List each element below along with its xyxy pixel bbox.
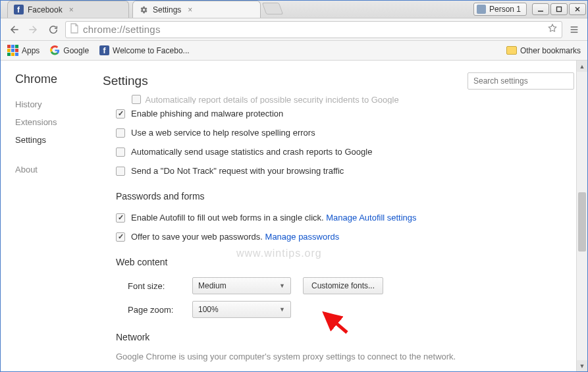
reload-icon: [48, 24, 59, 35]
other-bookmarks-label: Other bookmarks: [520, 46, 581, 55]
option-label: Enable Autofill to fill out web forms in…: [131, 213, 324, 223]
option-phishing: Enable phishing and malware protection: [116, 104, 574, 123]
tab-settings[interactable]: Settings ×: [132, 1, 261, 18]
tab-close-icon[interactable]: ×: [69, 5, 74, 14]
page-zoom-label: Page zoom:: [128, 305, 180, 315]
option-usage-stats: Automatically send usage statistics and …: [116, 142, 574, 161]
font-size-select[interactable]: Medium: [192, 277, 291, 294]
manage-autofill-link[interactable]: Manage Autofill settings: [326, 213, 416, 223]
section-passwords: Passwords and forms: [116, 191, 574, 201]
checkbox[interactable]: [116, 232, 125, 242]
customize-fonts-button[interactable]: Customize fonts...: [303, 277, 383, 294]
profile-button[interactable]: Person 1: [473, 3, 527, 16]
arrow-left-icon: [9, 24, 19, 35]
back-button[interactable]: [6, 22, 22, 38]
toolbar: chrome://settings: [1, 18, 587, 41]
other-bookmarks[interactable]: Other bookmarks: [506, 46, 581, 55]
tab-close-icon[interactable]: ×: [188, 5, 192, 14]
option-autofill: Enable Autofill to fill out web forms in…: [116, 208, 574, 227]
sidebar-item-settings[interactable]: Settings: [15, 131, 96, 149]
checkbox[interactable]: [116, 109, 125, 119]
minimize-icon: [537, 6, 544, 13]
section-network: Network: [116, 332, 574, 342]
facebook-icon: f: [99, 45, 109, 55]
gear-icon: [138, 5, 149, 15]
checkbox[interactable]: [116, 213, 125, 223]
scroll-thumb[interactable]: [578, 192, 586, 252]
avatar: [477, 5, 486, 14]
bookmark-star-icon[interactable]: [547, 23, 558, 36]
option-label: Offer to save your web passwords.: [131, 232, 263, 242]
checkbox[interactable]: [132, 95, 141, 104]
option-dnt: Send a "Do Not Track" request with your …: [116, 161, 574, 180]
tab-label: Settings: [153, 5, 181, 14]
folder-icon: [506, 46, 517, 55]
minimize-button[interactable]: [532, 3, 549, 15]
menu-button[interactable]: [566, 22, 582, 38]
sidebar-item-about[interactable]: About: [15, 161, 96, 178]
close-button[interactable]: [569, 3, 586, 15]
bookmark-google[interactable]: Google: [50, 45, 89, 55]
font-size-label: Font size:: [128, 281, 180, 291]
bookmark-label: Welcome to Facebo...: [113, 46, 190, 55]
sidebar: Chrome History Extensions Settings About: [1, 61, 103, 371]
manage-passwords-link[interactable]: Manage passwords: [265, 232, 340, 242]
scroll-down-icon[interactable]: ▼: [577, 360, 587, 371]
scroll-up-icon[interactable]: ▲: [577, 61, 587, 72]
tab-facebook[interactable]: f Facebook ×: [7, 1, 129, 18]
page-icon: [70, 23, 79, 36]
facebook-icon: f: [13, 5, 24, 15]
sidebar-item-extensions[interactable]: Extensions: [15, 113, 96, 131]
hamburger-icon: [569, 24, 579, 35]
main: Settings Automatically report details of…: [103, 61, 587, 371]
search-settings-input[interactable]: [468, 72, 574, 90]
apps-button[interactable]: Apps: [7, 45, 40, 56]
option-label: Use a web service to help resolve spelli…: [131, 128, 315, 138]
bookmarks-bar: Apps Google f Welcome to Facebo... Other…: [1, 41, 587, 61]
checkbox[interactable]: [116, 128, 125, 138]
option-label: Automatically send usage statistics and …: [131, 147, 372, 157]
apps-label: Apps: [22, 46, 40, 55]
option-save-passwords: Offer to save your web passwords. Manage…: [116, 227, 574, 246]
bookmark-label: Google: [63, 46, 89, 55]
scrollbar[interactable]: ▲ ▼: [576, 61, 587, 371]
arrow-right-icon: [28, 24, 39, 35]
option-label: Send a "Do Not Track" request with your …: [131, 166, 344, 176]
page-title: Settings: [103, 74, 148, 88]
reload-button[interactable]: [45, 22, 61, 38]
option-label: Enable phishing and malware protection: [131, 109, 283, 119]
network-text: Google Chrome is using your computer's s…: [116, 349, 574, 364]
address-bar[interactable]: chrome://settings: [65, 21, 562, 38]
page-zoom-row: Page zoom: 100%: [128, 298, 574, 321]
google-icon: [50, 45, 60, 55]
sidebar-item-history[interactable]: History: [15, 95, 96, 113]
maximize-button[interactable]: [550, 3, 568, 15]
forward-button[interactable]: [26, 22, 41, 38]
section-web-content: Web content: [116, 257, 574, 267]
checkbox[interactable]: [116, 147, 125, 157]
tab-label: Facebook: [28, 5, 63, 14]
option-spelling: Use a web service to help resolve spelli…: [116, 123, 574, 142]
content: Chrome History Extensions Settings About…: [1, 61, 587, 371]
page-zoom-select[interactable]: 100%: [192, 301, 291, 318]
truncated-row: Automatically report details of possible…: [116, 93, 574, 104]
font-size-row: Font size: Medium Customize fonts...: [128, 274, 574, 298]
bookmark-facebook[interactable]: f Welcome to Facebo...: [99, 45, 190, 55]
checkbox[interactable]: [116, 167, 125, 176]
maximize-icon: [556, 6, 562, 13]
profile-label: Person 1: [489, 5, 521, 14]
close-icon: [574, 6, 581, 13]
sidebar-title: Chrome: [15, 72, 96, 86]
svg-rect-1: [557, 7, 562, 12]
apps-icon: [7, 45, 18, 56]
url-text: chrome://settings: [83, 24, 161, 35]
